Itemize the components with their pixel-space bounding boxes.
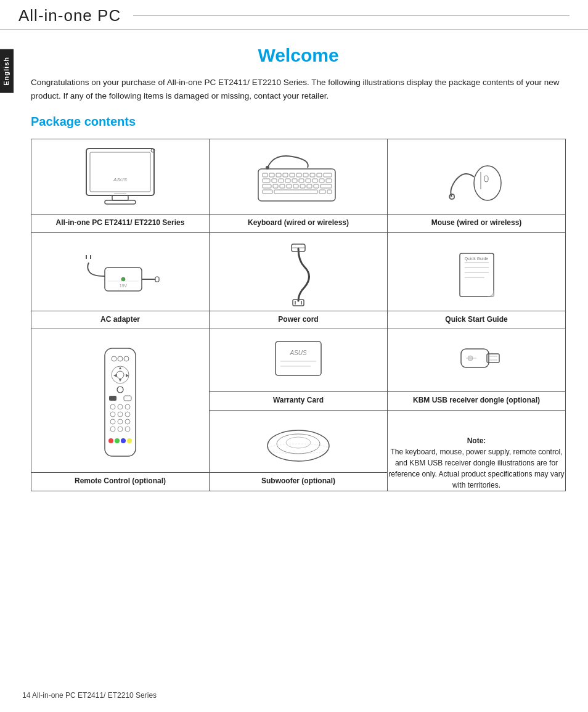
svg-rect-39	[319, 190, 325, 194]
power-cord-icon	[264, 239, 332, 307]
mouse-label: Mouse (wired or wireless)	[388, 214, 565, 232]
svg-point-78	[110, 404, 115, 409]
svg-rect-29	[273, 184, 278, 188]
language-tab: English	[0, 49, 14, 93]
svg-point-87	[110, 427, 115, 432]
svg-point-93	[127, 438, 132, 443]
table-cell-subwoofer: Subwoofer (optional)	[210, 410, 388, 491]
svg-point-90	[108, 438, 113, 443]
svg-rect-32	[293, 184, 298, 188]
dongle-icon	[443, 335, 510, 388]
aio-pc-icon: ASUS	[80, 145, 160, 210]
table-cell-remote: ▲ ▼ ◀ ▶	[31, 329, 210, 491]
header-divider	[133, 15, 570, 16]
power-cord-image	[210, 233, 387, 311]
svg-point-75	[117, 387, 123, 393]
svg-rect-77	[124, 396, 131, 401]
svg-point-67	[118, 356, 123, 361]
mouse-image	[388, 140, 565, 214]
section-title: Package contents	[31, 115, 566, 129]
footer: 14 All-in-one PC ET2411/ ET2210 Series	[22, 691, 157, 700]
svg-rect-31	[287, 184, 292, 188]
svg-rect-35	[314, 184, 319, 188]
svg-rect-9	[269, 173, 274, 177]
remote-icon: ▲ ▼ ◀ ▶	[96, 345, 145, 469]
svg-rect-37	[263, 190, 272, 194]
table-cell-dongle: KBM USB receiver dongle (optional)	[388, 329, 566, 411]
table-cell-aio: ASUS All-in-one PC ET2411/ ET2210 Series	[31, 139, 210, 233]
svg-point-83	[125, 412, 130, 417]
mouse-icon	[439, 147, 513, 209]
svg-rect-36	[321, 184, 332, 188]
svg-text:Quick Guide: Quick Guide	[465, 256, 489, 261]
ac-adapter-icon: 19V	[80, 244, 160, 306]
svg-rect-34	[307, 184, 312, 188]
svg-point-79	[118, 404, 123, 409]
svg-rect-24	[306, 179, 311, 182]
keyboard-label: Keyboard (wired or wireless)	[210, 214, 387, 232]
svg-point-81	[110, 412, 115, 417]
svg-point-66	[112, 356, 116, 361]
svg-rect-23	[299, 179, 304, 182]
svg-rect-15	[310, 173, 315, 177]
svg-text:▼: ▼	[118, 378, 123, 382]
table-cell-ac: 19V AC adapter	[31, 232, 210, 329]
ac-adapter-label: AC adapter	[31, 311, 209, 329]
svg-point-80	[125, 404, 130, 409]
svg-point-104	[267, 430, 329, 461]
svg-point-68	[124, 356, 129, 361]
svg-rect-0	[86, 149, 154, 195]
svg-rect-22	[292, 179, 297, 182]
subwoofer-label: Subwoofer (optional)	[210, 472, 387, 491]
ac-adapter-image: 19V	[31, 237, 209, 311]
svg-point-89	[125, 427, 130, 432]
svg-rect-16	[317, 173, 322, 177]
svg-rect-3	[105, 200, 136, 204]
subwoofer-image	[210, 411, 387, 472]
quick-guide-image: Quick Guide	[388, 237, 565, 311]
table-cell-mouse: Mouse (wired or wireless)	[388, 139, 566, 233]
svg-rect-28	[263, 184, 271, 188]
warranty-label: Warranty Card	[210, 391, 387, 410]
footer-text: 14 All-in-one PC ET2411/ ET2210 Series	[22, 691, 157, 700]
svg-rect-8	[263, 173, 267, 177]
table-cell-keyboard: Keyboard (wired or wireless)	[210, 139, 388, 233]
quick-guide-icon: Quick Guide	[443, 244, 510, 306]
svg-rect-38	[274, 190, 317, 194]
svg-rect-94	[276, 342, 321, 375]
svg-point-84	[110, 419, 115, 424]
svg-rect-11	[283, 173, 288, 177]
svg-rect-27	[326, 179, 332, 182]
dongle-label: KBM USB receiver dongle (optional)	[388, 391, 565, 410]
svg-point-88	[118, 427, 123, 432]
subwoofer-icon	[258, 418, 338, 467]
table-cell-warranty: ASUS Warranty Card	[210, 329, 388, 411]
intro-paragraph: Congratulations on your purchase of All-…	[31, 76, 561, 102]
svg-rect-2	[112, 195, 128, 200]
svg-rect-76	[109, 396, 116, 401]
keyboard-image	[210, 140, 387, 214]
power-cord-label: Power cord	[210, 311, 387, 329]
svg-point-51	[121, 277, 125, 281]
svg-point-85	[118, 419, 123, 424]
table-cell-guide: Quick Guide Quick Start Guide	[388, 232, 566, 329]
dongle-image	[388, 329, 565, 391]
table-cell-note: Note: The keyboard, mouse, power supply,…	[388, 410, 566, 491]
page-header: All-in-one PC	[0, 0, 588, 30]
svg-rect-33	[300, 184, 305, 188]
svg-point-42	[474, 166, 501, 200]
note-title: Note:	[467, 436, 486, 445]
svg-text:▲: ▲	[118, 366, 123, 370]
aio-pc-label: All-in-one PC ET2411/ ET2210 Series	[31, 214, 209, 232]
svg-rect-13	[296, 173, 301, 177]
svg-rect-12	[290, 173, 295, 177]
aio-pc-image: ASUS	[31, 139, 209, 214]
package-grid: ASUS All-in-one PC ET2411/ ET2210 Series	[31, 139, 566, 491]
svg-rect-50	[155, 277, 159, 282]
svg-rect-21	[285, 179, 290, 182]
header-title: All-in-one PC	[18, 6, 121, 25]
svg-point-91	[115, 438, 120, 443]
svg-rect-20	[279, 179, 284, 182]
svg-rect-44	[484, 176, 488, 182]
keyboard-icon	[255, 150, 341, 206]
